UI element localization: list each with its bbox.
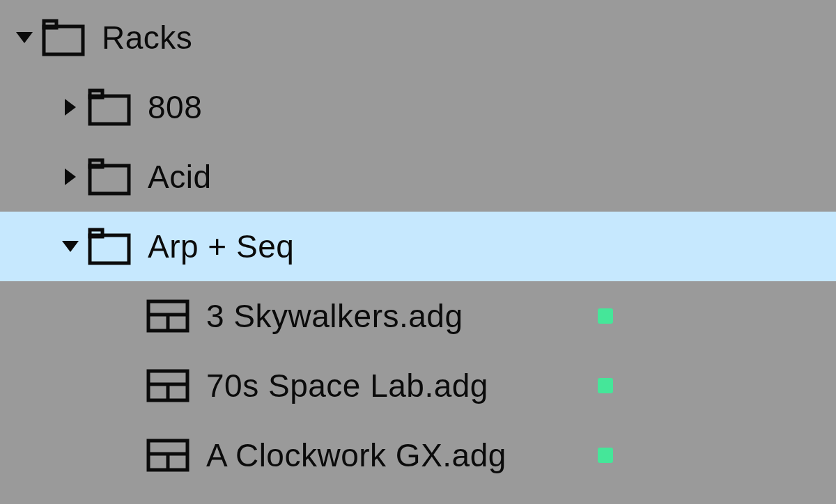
preset-icon	[146, 295, 189, 337]
svg-rect-8	[90, 166, 129, 194]
svg-rect-2	[44, 26, 83, 54]
folder-icon	[88, 86, 131, 128]
tree-label: Arp + Seq	[148, 228, 822, 265]
folder-icon	[42, 17, 85, 58]
tree-row-file[interactable]: 3 Skywalkers.adg	[0, 281, 836, 351]
svg-marker-0	[16, 32, 33, 43]
tree-row-arp-seq[interactable]: Arp + Seq	[0, 212, 836, 281]
folder-icon	[88, 156, 131, 198]
status-indicator	[598, 448, 613, 463]
tree-label: A Clockwork GX.adg	[206, 436, 589, 474]
tree-label: Acid	[148, 158, 822, 196]
chevron-down-icon[interactable]	[60, 236, 81, 257]
browser-tree: Racks 808	[0, 0, 836, 490]
chevron-right-icon[interactable]	[60, 166, 81, 187]
svg-marker-9	[62, 241, 79, 252]
status-indicator	[598, 378, 613, 393]
svg-marker-6	[65, 168, 76, 185]
tree-row-file[interactable]: A Clockwork GX.adg	[0, 420, 836, 490]
chevron-right-icon[interactable]	[60, 97, 81, 118]
svg-marker-3	[65, 99, 76, 116]
tree-row-racks[interactable]: Racks	[0, 3, 836, 72]
svg-rect-11	[90, 235, 129, 263]
tree-label: 3 Skywalkers.adg	[206, 297, 589, 335]
preset-icon	[146, 365, 189, 407]
tree-label: Racks	[102, 19, 822, 56]
tree-row-808[interactable]: 808	[0, 72, 836, 142]
tree-row-acid[interactable]: Acid	[0, 142, 836, 212]
status-indicator	[598, 308, 613, 324]
chevron-down-icon[interactable]	[14, 27, 35, 48]
folder-icon	[88, 226, 131, 267]
svg-rect-5	[90, 96, 129, 124]
tree-row-file[interactable]: 70s Space Lab.adg	[0, 351, 836, 420]
preset-icon	[146, 434, 189, 476]
tree-label: 70s Space Lab.adg	[206, 367, 589, 404]
tree-label: 808	[148, 88, 822, 126]
